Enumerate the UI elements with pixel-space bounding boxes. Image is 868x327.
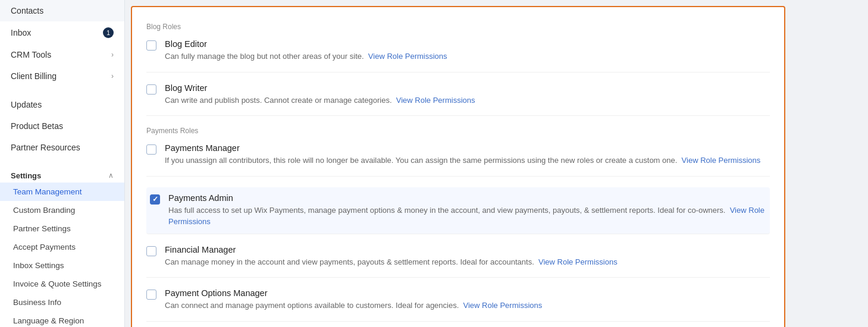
role-row-payments-admin: Payments Admin Has full access to set up… <box>146 187 770 234</box>
payment-options-manager-info: Payment Options Manager Can connect and … <box>165 288 770 312</box>
sidebar-sub-item-custom-branding[interactable]: Custom Branding <box>0 201 124 219</box>
blog-writer-name: Blog Writer <box>165 83 770 93</box>
payments-roles-title: Payments Roles <box>146 127 770 135</box>
payments-manager-view-link[interactable]: View Role Permissions <box>682 156 761 165</box>
payments-manager-info: Payments Manager If you unassign all con… <box>165 143 770 166</box>
sidebar-sub-item-team-management[interactable]: Team Management <box>0 183 124 201</box>
payments-admin-info: Payments Admin Has full access to set up… <box>168 193 766 228</box>
sidebar-sub-item-invoice-quote-settings[interactable]: Invoice & Quote Settings <box>0 275 124 293</box>
settings-section-label: Settings ∧ <box>0 165 124 183</box>
payments-manager-checkbox[interactable] <box>146 144 156 155</box>
blog-editor-name: Blog Editor <box>165 39 770 49</box>
sidebar-item-crm-tools[interactable]: CRM Tools › <box>0 44 124 65</box>
payments-manager-desc: If you unassign all contributors, this r… <box>165 155 770 166</box>
payments-admin-checkbox[interactable] <box>150 194 160 205</box>
role-row-payment-options-manager: Payment Options Manager Can connect and … <box>146 288 770 322</box>
blog-writer-view-link[interactable]: View Role Permissions <box>396 96 475 105</box>
sidebar: Contacts Inbox 1 CRM Tools › Client Bill… <box>0 0 125 327</box>
financial-manager-info: Financial Manager Can manage money in th… <box>165 245 770 268</box>
settings-chevron-icon: ∧ <box>108 171 114 180</box>
contacts-label: Contacts <box>11 6 43 15</box>
blog-writer-info: Blog Writer Can write and publish posts.… <box>165 83 770 106</box>
sidebar-sub-item-language-region[interactable]: Language & Region <box>0 312 124 327</box>
payment-options-manager-view-link[interactable]: View Role Permissions <box>463 301 543 310</box>
role-row-financial-manager: Financial Manager Can manage money in th… <box>146 245 770 278</box>
client-billing-label: Client Billing <box>11 71 57 81</box>
sidebar-sub-item-partner-settings[interactable]: Partner Settings <box>0 219 124 238</box>
sidebar-item-product-betas[interactable]: Product Betas <box>0 115 124 137</box>
updates-label: Updates <box>11 100 42 109</box>
financial-manager-view-link[interactable]: View Role Permissions <box>538 257 618 266</box>
sidebar-item-client-billing[interactable]: Client Billing › <box>0 65 124 87</box>
payments-admin-view-link[interactable]: View Role Permissions <box>168 206 764 227</box>
blog-writer-desc: Can write and publish posts. Cannot crea… <box>165 95 770 106</box>
roles-panel: Blog Roles Blog Editor Can fully manage … <box>131 6 785 327</box>
main-content: Blog Roles Blog Editor Can fully manage … <box>125 0 868 327</box>
inbox-label: Inbox <box>11 28 31 37</box>
blog-editor-checkbox[interactable] <box>146 40 156 51</box>
sidebar-item-updates[interactable]: Updates <box>0 94 124 115</box>
sidebar-sub-item-accept-payments[interactable]: Accept Payments <box>0 238 124 256</box>
payment-options-manager-name: Payment Options Manager <box>165 288 770 298</box>
blog-roles-title: Blog Roles <box>146 23 770 31</box>
blog-writer-checkbox[interactable] <box>146 84 156 95</box>
blog-editor-view-link[interactable]: View Role Permissions <box>368 52 447 61</box>
partner-resources-label: Partner Resources <box>11 143 80 152</box>
blog-editor-info: Blog Editor Can fully manage the blog bu… <box>165 39 770 62</box>
sidebar-item-inbox[interactable]: Inbox 1 <box>0 21 124 44</box>
payments-manager-name: Payments Manager <box>165 143 770 153</box>
financial-manager-checkbox[interactable] <box>146 246 156 256</box>
client-billing-chevron-icon: › <box>111 72 114 80</box>
role-row-payments-manager: Payments Manager If you unassign all con… <box>146 143 770 177</box>
crm-tools-label: CRM Tools <box>11 50 51 59</box>
inbox-badge: 1 <box>103 27 114 38</box>
payment-options-manager-desc: Can connect and manage payment options a… <box>165 300 770 312</box>
payment-options-manager-checkbox[interactable] <box>146 290 156 300</box>
sidebar-item-partner-resources[interactable]: Partner Resources <box>0 137 124 158</box>
sidebar-item-contacts[interactable]: Contacts <box>0 0 124 21</box>
financial-manager-desc: Can manage money in the account and view… <box>165 256 770 268</box>
crm-tools-chevron-icon: › <box>111 51 114 59</box>
role-row-blog-writer: Blog Writer Can write and publish posts.… <box>146 83 770 117</box>
role-row-blog-editor: Blog Editor Can fully manage the blog bu… <box>146 39 770 73</box>
payments-admin-desc: Has full access to set up Wix Payments, … <box>168 205 766 228</box>
blog-editor-desc: Can fully manage the blog but not other … <box>165 51 770 62</box>
sidebar-sub-item-inbox-settings[interactable]: Inbox Settings <box>0 256 124 275</box>
payments-admin-name: Payments Admin <box>168 193 766 203</box>
financial-manager-name: Financial Manager <box>165 245 770 254</box>
product-betas-label: Product Betas <box>11 121 63 131</box>
sidebar-sub-item-business-info[interactable]: Business Info <box>0 293 124 312</box>
